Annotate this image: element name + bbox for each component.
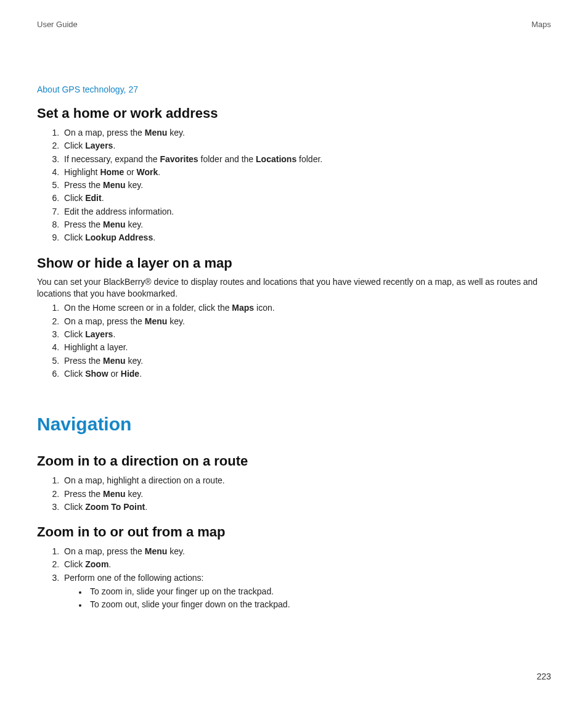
heading-zoom-direction: Zoom in to a direction on a route	[37, 453, 551, 469]
header-left: User Guide	[37, 20, 78, 29]
list-item: To zoom in, slide your finger up on the …	[88, 585, 551, 597]
header-right: Maps	[531, 20, 551, 29]
list-item: Press the Menu key.	[62, 488, 551, 500]
list-item: Click Zoom To Point.	[62, 501, 551, 513]
list-item: To zoom out, slide your finger down on t…	[88, 598, 551, 610]
list-item: Click Show or Hide.	[62, 367, 551, 380]
sub-actions-zoom: To zoom in, slide your finger up on the …	[64, 585, 551, 611]
list-item: Press the Menu key.	[62, 179, 551, 191]
ref-link-gps[interactable]: About GPS technology, 27	[37, 84, 551, 94]
list-item: Click Zoom.	[62, 558, 551, 570]
page-number: 223	[537, 671, 551, 681]
list-item: Highlight Home or Work.	[62, 166, 551, 178]
list-item: On a map, press the Menu key.	[62, 315, 551, 327]
list-item: Click Lookup Address.	[62, 231, 551, 244]
steps-zoom-map: On a map, press the Menu key.Click Zoom.…	[37, 545, 551, 610]
list-item: Highlight a layer.	[62, 341, 551, 353]
list-item: Press the Menu key.	[62, 355, 551, 367]
page-header: User Guide Maps	[37, 20, 551, 29]
chapter-navigation: Navigation	[37, 414, 551, 435]
heading-zoom-map: Zoom in to or out from a map	[37, 524, 551, 540]
list-item: Perform one of the following actions:To …	[62, 572, 551, 611]
list-item: Edit the address information.	[62, 205, 551, 218]
page: User Guide Maps About GPS technology, 27…	[0, 0, 588, 706]
list-item: On the Home screen or in a folder, click…	[62, 302, 551, 314]
list-item: If necessary, expand the Favorites folde…	[62, 153, 551, 165]
intro-show-hide-layer: You can set your BlackBerry® device to d…	[37, 276, 551, 300]
steps-show-hide-layer: On the Home screen or in a folder, click…	[37, 302, 551, 380]
list-item: Press the Menu key.	[62, 218, 551, 231]
list-item: On a map, press the Menu key.	[62, 545, 551, 557]
steps-set-address: On a map, press the Menu key.Click Layer…	[37, 126, 551, 244]
steps-zoom-direction: On a map, highlight a direction on a rou…	[37, 474, 551, 513]
list-item: On a map, highlight a direction on a rou…	[62, 474, 551, 486]
list-item: Click Layers.	[62, 328, 551, 340]
list-item: Click Layers.	[62, 139, 551, 152]
list-item: On a map, press the Menu key.	[62, 126, 551, 139]
list-item: Click Edit.	[62, 192, 551, 204]
heading-show-hide-layer: Show or hide a layer on a map	[37, 255, 551, 271]
heading-set-address: Set a home or work address	[37, 105, 551, 121]
